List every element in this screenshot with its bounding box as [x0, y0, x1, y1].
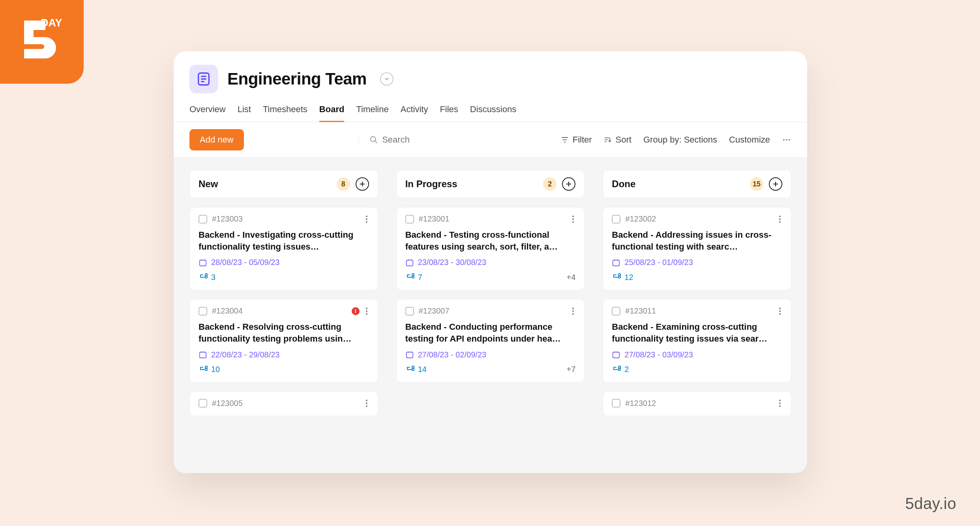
calendar-icon	[612, 350, 620, 359]
svg-rect-10	[200, 260, 206, 266]
column-header: In Progress 2	[396, 170, 585, 198]
task-footer: 2	[612, 365, 782, 374]
task-title: Backend - Addressing issues in cross-fun…	[612, 229, 782, 252]
card-more-button[interactable]	[571, 216, 575, 223]
task-id: #123011	[625, 306, 656, 316]
card-more-button[interactable]	[364, 308, 369, 315]
task-card[interactable]: #123001 Backend - Testing cross-function…	[396, 207, 585, 290]
card-more-button[interactable]	[778, 308, 782, 315]
avatar-overflow: +4	[567, 273, 576, 282]
task-title: Backend - Conducting performance testing…	[405, 321, 576, 344]
plus-icon	[566, 181, 572, 187]
filter-label: Filter	[573, 135, 592, 145]
tab-list[interactable]: List	[238, 104, 251, 122]
task-checkbox[interactable]	[405, 215, 414, 224]
task-title: Backend - Examining cross-cutting functi…	[612, 321, 782, 344]
svg-rect-25	[613, 352, 620, 358]
column-add-button[interactable]	[769, 177, 782, 191]
card-more-button[interactable]	[364, 216, 369, 223]
task-title: Backend - Investigating cross-cutting fu…	[199, 229, 369, 252]
task-checkbox[interactable]	[199, 307, 207, 316]
svg-rect-14	[205, 366, 207, 368]
task-dates: 25/08/23 - 01/09/23	[612, 258, 782, 267]
alert-icon: !	[352, 307, 360, 315]
tab-timesheets[interactable]: Timesheets	[263, 104, 307, 122]
card-more-button[interactable]	[571, 308, 575, 315]
card-more-button[interactable]	[778, 216, 782, 223]
svg-rect-21	[412, 368, 414, 370]
brand-badge: DAY	[0, 0, 84, 84]
project-dropdown-button[interactable]	[380, 72, 393, 86]
card-more-button[interactable]	[778, 400, 782, 407]
task-date-range: 25/08/23 - 01/09/23	[624, 258, 693, 267]
svg-rect-27	[618, 368, 620, 370]
project-icon	[189, 65, 218, 93]
svg-line-6	[375, 141, 377, 143]
project-glyph-icon	[196, 71, 212, 87]
sort-label: Sort	[616, 135, 631, 145]
task-checkbox[interactable]	[199, 399, 207, 408]
task-title: Backend - Resolving cross-cutting functi…	[199, 321, 369, 344]
subtasks-icon	[405, 365, 415, 374]
task-id: #123001	[419, 214, 450, 224]
plus-icon	[772, 181, 779, 187]
tab-overview[interactable]: Overview	[189, 104, 226, 122]
column-title: Done	[612, 178, 635, 190]
calendar-icon	[612, 258, 620, 267]
add-new-button[interactable]: Add new	[189, 129, 244, 150]
column-in-progress: In Progress 2 #123001 Backend - Testing …	[396, 170, 585, 473]
column-add-button[interactable]	[356, 177, 369, 191]
task-card[interactable]: #123002 Backend - Addressing issues in c…	[603, 207, 791, 290]
task-card[interactable]: #123012	[603, 391, 791, 416]
filter-button[interactable]: Filter	[561, 135, 592, 145]
customize-button[interactable]: Customize	[729, 135, 770, 145]
calendar-icon	[199, 258, 207, 267]
column-header: New 8	[189, 170, 378, 198]
kanban-board: New 8 #123003 Backend - Investigating cr…	[174, 158, 807, 473]
task-card[interactable]: #123007 Backend - Conducting performance…	[396, 299, 585, 382]
task-checkbox[interactable]	[612, 307, 620, 316]
search-field[interactable]	[359, 135, 446, 145]
subtask-count: 2	[624, 365, 629, 374]
task-dates: 27/08/23 - 03/09/23	[612, 350, 782, 359]
chevron-down-icon	[384, 76, 390, 82]
column-title: In Progress	[405, 178, 457, 190]
svg-point-5	[371, 137, 376, 142]
task-checkbox[interactable]	[405, 307, 414, 316]
column-add-button[interactable]	[562, 177, 575, 191]
task-checkbox[interactable]	[612, 399, 620, 408]
task-checkbox[interactable]	[199, 215, 207, 224]
task-footer: 14 +7	[405, 365, 576, 374]
app-window: Engineering Team Overview List Timesheet…	[174, 51, 807, 473]
svg-rect-17	[412, 274, 414, 276]
svg-point-8	[786, 139, 787, 141]
task-id: #123002	[625, 214, 656, 224]
tab-board[interactable]: Board	[319, 104, 345, 122]
card-more-button[interactable]	[364, 400, 369, 407]
tab-activity[interactable]: Activity	[401, 104, 428, 122]
project-header: Engineering Team	[174, 51, 807, 97]
sort-button[interactable]: Sort	[604, 135, 631, 145]
tab-discussions[interactable]: Discussions	[470, 104, 516, 122]
search-input[interactable]	[382, 135, 437, 145]
task-checkbox[interactable]	[612, 215, 620, 224]
group-by-button[interactable]: Group by: Sections	[643, 135, 717, 145]
task-card[interactable]: #123003 Backend - Investigating cross-cu…	[189, 207, 378, 290]
task-card[interactable]: #123011 Backend - Examining cross-cuttin…	[603, 299, 791, 382]
subtasks-icon	[199, 365, 208, 374]
column-title: New	[199, 178, 218, 190]
project-title: Engineering Team	[227, 70, 367, 88]
tab-timeline[interactable]: Timeline	[356, 104, 388, 122]
calendar-icon	[405, 350, 414, 359]
column-count-badge: 2	[543, 177, 557, 191]
group-by-label: Group by: Sections	[643, 135, 717, 145]
task-card[interactable]: #123004 ! Backend - Resolving cross-cutt…	[189, 299, 378, 382]
brand-logo-icon: DAY	[12, 12, 71, 71]
svg-rect-16	[406, 260, 413, 266]
task-card[interactable]: #123005	[189, 391, 378, 416]
svg-rect-23	[618, 274, 620, 276]
tab-files[interactable]: Files	[440, 104, 458, 122]
toolbar-more-button[interactable]	[782, 135, 791, 145]
subtask-count: 12	[624, 273, 633, 282]
filter-icon	[561, 136, 569, 144]
